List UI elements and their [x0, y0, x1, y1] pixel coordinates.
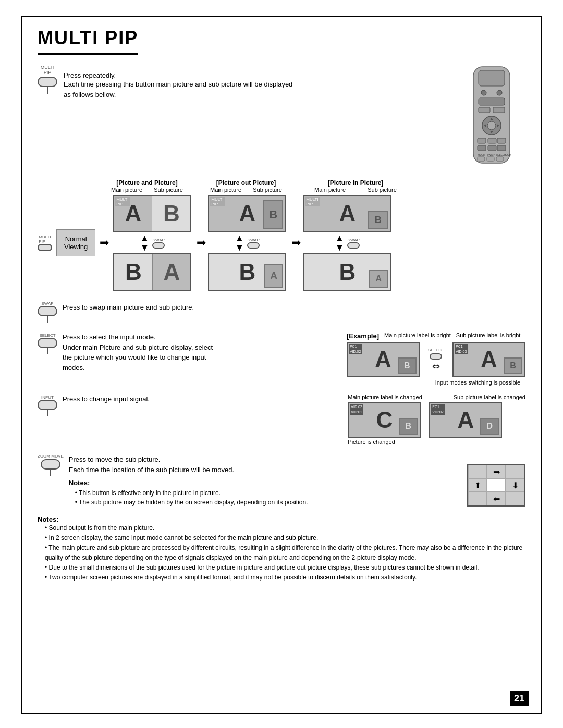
intro-left: MULTI PIP Press repeatedly. Each time pr… [38, 64, 447, 100]
label-tag-2: PC1VID:03 [455, 344, 468, 354]
page-container: MULTI PIP MULTI PIP Press repeatedly. Ea… [21, 16, 542, 714]
letter-A-pip-top: A [339, 201, 356, 227]
letter-C-changed: C [376, 407, 393, 433]
select-right: [Example] Main picture label is bright S… [347, 332, 525, 386]
main-notes-list: • Sound output is from the main picture.… [38, 523, 525, 583]
letter-A-pop-inset: A [270, 270, 277, 282]
svg-rect-5 [479, 107, 490, 113]
swap-btn-3[interactable] [347, 242, 360, 249]
letter-A-ex2: A [481, 347, 497, 373]
input-section: INPUT Press to change input signal. Main… [38, 394, 525, 445]
svg-rect-6 [493, 107, 505, 113]
swap-btn-1[interactable] [152, 242, 165, 249]
main-note-1: • In 2 screen display, the same input mo… [45, 533, 525, 543]
main-bright-label: Main picture label is bright [384, 332, 451, 338]
changed-screen-1: VID:02VID:01 C B [348, 402, 421, 438]
multi-pip-button[interactable] [38, 77, 57, 87]
arrow-2: ➡ [197, 236, 206, 250]
arrow-3: ➡ [291, 236, 301, 250]
remote-control-image: MULTI SWAP SELECT ZOOM [463, 64, 525, 170]
move-cell-tm: ➡ [487, 465, 506, 478]
zoom-btn[interactable] [41, 459, 60, 470]
screens-top-row: MULTIPIP Normal Viewing ➡ MULTIPIP A [38, 195, 525, 291]
select-between: SELECT ⇔ [428, 348, 444, 372]
pip-swap-row: ▲▼ SWAP [335, 233, 360, 252]
example-screen-1: PC1VID:02 A B [347, 342, 420, 377]
multi-pip-label-small: MULTIPIP [39, 235, 51, 244]
select-text-1: Press to select the input mode. [63, 332, 213, 342]
svg-point-2 [481, 90, 486, 95]
updown-arrows-2: ▲▼ [235, 233, 244, 252]
notes-inner-list: • This button is effective only in the p… [69, 488, 308, 507]
svg-rect-15 [497, 138, 506, 143]
input-right: Main picture label is changed Sub pictur… [348, 394, 525, 445]
move-cell-mr: ⬇ [506, 478, 524, 492]
changed-tag-2: PC1VID:02 [431, 404, 444, 415]
select-btn-mid[interactable] [430, 353, 442, 360]
header-picture-out-picture: [Picture out Picture] Main picture Sub p… [204, 179, 288, 193]
page-number: 21 [510, 691, 529, 706]
svg-rect-1 [479, 70, 505, 86]
b-inset-pip: B [368, 211, 388, 229]
letter-B-pop-inset: B [269, 208, 277, 221]
swap-section: SWAP Press to swap main picture and sub … [38, 299, 525, 323]
page-title: MULTI PIP [38, 27, 138, 55]
pap-top-screen: MULTIPIP A B [113, 195, 191, 232]
swap-left: SWAP Press to swap main picture and sub … [38, 299, 194, 323]
d-inset-changed: D [480, 418, 499, 435]
main-note-4: • Two computer screen pictures are displ… [45, 573, 525, 583]
input-label: INPUT [41, 395, 54, 400]
leftright-arrows: ⇔ [432, 361, 440, 372]
select-label: SELECT [39, 333, 55, 338]
pop-swap-row: ▲▼ SWAP [235, 233, 260, 252]
svg-rect-13 [478, 138, 486, 143]
a-inset-pip: A [369, 270, 388, 288]
select-btn[interactable] [38, 338, 57, 348]
sub-bright-label: Sub picture label is bright [456, 332, 521, 338]
changed-tag-1: VID:02VID:01 [350, 404, 363, 415]
svg-rect-17 [488, 145, 496, 151]
b-inset-pop: B [263, 200, 283, 229]
zoom-left: ZOOM MOVE Press to move the sub picture.… [38, 453, 459, 507]
main-note-3: • Due to the small dimensions of the sub… [45, 563, 525, 573]
notes-inner-title: Notes: [69, 478, 308, 488]
pip-screens: MULTIPIP A B ▲▼ SWAP [303, 195, 391, 291]
description-text: Each time pressing this button main pict… [64, 79, 292, 100]
select-text: Press to select the input mode. Under ma… [63, 332, 213, 373]
diagram-main-row: [Picture and Picture] Main picture Sub p… [38, 179, 525, 291]
example-screens-row: PC1VID:02 A B SELECT ⇔ PC1VID:03 A [347, 342, 525, 377]
letter-B-ex2: B [510, 361, 516, 371]
b-inset-ex2: B [504, 357, 522, 374]
changed-screen-2: PC1VID:02 A D [429, 402, 502, 438]
move-grid: ➡ ⬆ ⬇ ⬅ [467, 464, 525, 507]
multi-pip-btn-small[interactable] [38, 244, 52, 251]
swap-main-label: SWAP [41, 301, 53, 306]
main-changed-label: Main picture label is changed [348, 394, 422, 400]
svg-point-8 [487, 121, 496, 130]
remote-svg: MULTI SWAP SELECT ZOOM [463, 64, 520, 168]
swap-label-1: SWAP [153, 238, 165, 242]
input-btn[interactable] [38, 400, 57, 410]
normal-viewing-area: MULTIPIP Normal Viewing ➡ [38, 229, 109, 256]
swap-main-btn[interactable] [38, 306, 57, 316]
zoom-text-area: Press to move the sub picture. Each time… [69, 453, 308, 507]
letter-B-pop-bot: B [239, 259, 255, 285]
normal-viewing-box: Normal Viewing [56, 229, 95, 256]
main-note-2: • The main picture and sub picture are p… [45, 543, 525, 563]
svg-point-3 [497, 90, 502, 95]
letter-B-pap-bot: B [125, 259, 142, 285]
zoom-right: ➡ ⬆ ⬇ ⬅ [467, 464, 525, 507]
note-inner-2: • The sub picture may be hidden by the o… [75, 498, 308, 507]
pop-top-screen: MULTIPIP A B [208, 195, 286, 232]
select-btn-area: SELECT Press to select the input mode. U… [38, 332, 338, 373]
multi-pip-tag: MULTIPIP [115, 197, 129, 206]
updown-arrows-3: ▲▼ [335, 233, 344, 252]
input-left: INPUT Press to change input signal. [38, 394, 339, 416]
multi-pip-tag-2: MULTIPIP [210, 197, 224, 206]
swap-btn-2[interactable] [247, 242, 260, 249]
changed-labels-row: Main picture label is changed Sub pictur… [348, 394, 525, 400]
intro-section: MULTI PIP Press repeatedly. Each time pr… [38, 64, 525, 170]
move-cell-bm: ⬅ [487, 492, 506, 505]
letter-B-ex1: B [404, 361, 410, 371]
letter-B-changed: B [406, 422, 412, 431]
